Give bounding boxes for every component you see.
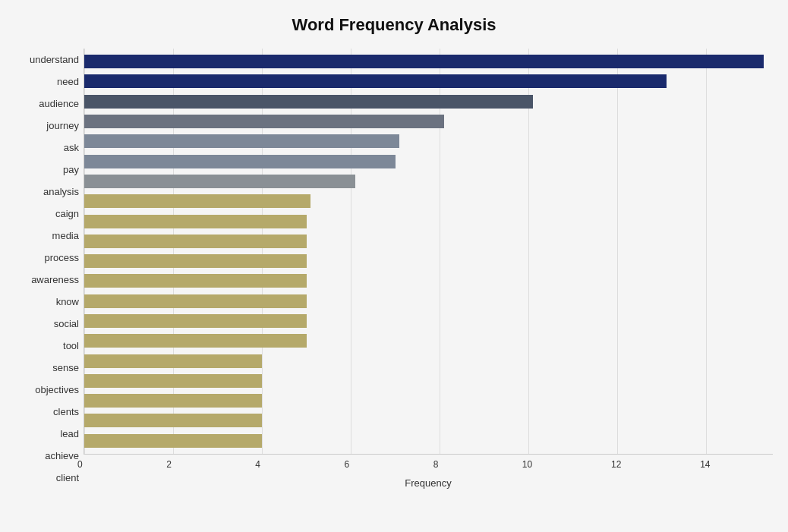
- bar: [84, 354, 262, 368]
- bar-row: [84, 134, 773, 149]
- bar: [84, 134, 399, 148]
- y-label: caign: [15, 209, 79, 219]
- bar-row: [84, 294, 773, 309]
- y-label: process: [15, 253, 79, 263]
- y-label: lead: [15, 429, 79, 439]
- grid-and-bars: [84, 49, 773, 455]
- x-tick-label: 10: [522, 459, 532, 470]
- chart-area: understandneedaudiencejourneyaskpayanaly…: [15, 49, 773, 489]
- y-label: clents: [15, 407, 79, 417]
- bar: [84, 294, 307, 308]
- y-label: client: [15, 473, 79, 483]
- bar-row: [84, 373, 773, 389]
- x-tick-label: 2: [166, 459, 172, 470]
- chart-title: Word Frequency Analysis: [15, 15, 773, 35]
- bar: [84, 215, 307, 228]
- y-label: objectives: [15, 385, 79, 395]
- y-label: understand: [15, 55, 79, 65]
- y-label: audience: [15, 99, 79, 109]
- bar-row: [84, 413, 773, 428]
- bar: [84, 254, 307, 268]
- bar: [84, 274, 307, 288]
- bar-row: [84, 253, 773, 269]
- bar: [84, 414, 262, 427]
- y-label: sense: [15, 363, 79, 373]
- y-label: journey: [15, 121, 79, 131]
- y-label: media: [15, 231, 79, 241]
- bar: [84, 55, 764, 68]
- bar: [84, 394, 262, 408]
- y-label: awareness: [15, 275, 79, 285]
- bar: [84, 235, 307, 248]
- bar-row: [84, 174, 773, 189]
- x-tick-label: 14: [700, 459, 710, 470]
- bar-row: [84, 313, 773, 329]
- y-label: need: [15, 77, 79, 87]
- y-label: pay: [15, 165, 79, 175]
- bar: [84, 434, 262, 448]
- bar-row: [84, 433, 773, 449]
- bar-row: [84, 333, 773, 348]
- bar-row: [84, 154, 773, 169]
- bar-row: [84, 54, 773, 69]
- x-tick-label: 4: [255, 459, 260, 470]
- bar: [84, 314, 307, 328]
- x-axis-labels: 02468101214: [84, 458, 773, 473]
- y-label: achieve: [15, 451, 79, 461]
- x-tick-label: 6: [344, 459, 349, 470]
- x-tick-label: 8: [433, 459, 439, 470]
- y-label: social: [15, 319, 79, 329]
- bars-wrapper: [84, 49, 773, 454]
- x-axis-title: Frequency: [84, 477, 773, 489]
- plot-area: 02468101214 Frequency: [84, 49, 773, 489]
- bar-row: [84, 74, 773, 89]
- y-axis-labels: understandneedaudiencejourneyaskpayanaly…: [15, 49, 84, 489]
- bar: [84, 194, 310, 208]
- bar: [84, 334, 307, 348]
- bar-row: [84, 273, 773, 288]
- bar-row: [84, 94, 773, 109]
- y-label: tool: [15, 341, 79, 351]
- bar-row: [84, 234, 773, 249]
- y-label: ask: [15, 143, 79, 153]
- bar-row: [84, 114, 773, 129]
- bar: [84, 374, 262, 388]
- y-label: know: [15, 297, 79, 307]
- y-label: analysis: [15, 187, 79, 197]
- bar-row: [84, 194, 773, 209]
- bar-row: [84, 393, 773, 408]
- x-tick-label: 0: [77, 459, 83, 470]
- x-tick-label: 12: [611, 459, 621, 470]
- bar: [84, 74, 667, 88]
- bar-row: [84, 354, 773, 369]
- bar: [84, 95, 533, 109]
- bar-row: [84, 214, 773, 229]
- bar: [84, 155, 396, 168]
- chart-container: Word Frequency Analysis understandneedau…: [0, 0, 788, 532]
- bar: [84, 115, 444, 128]
- bar: [84, 175, 355, 188]
